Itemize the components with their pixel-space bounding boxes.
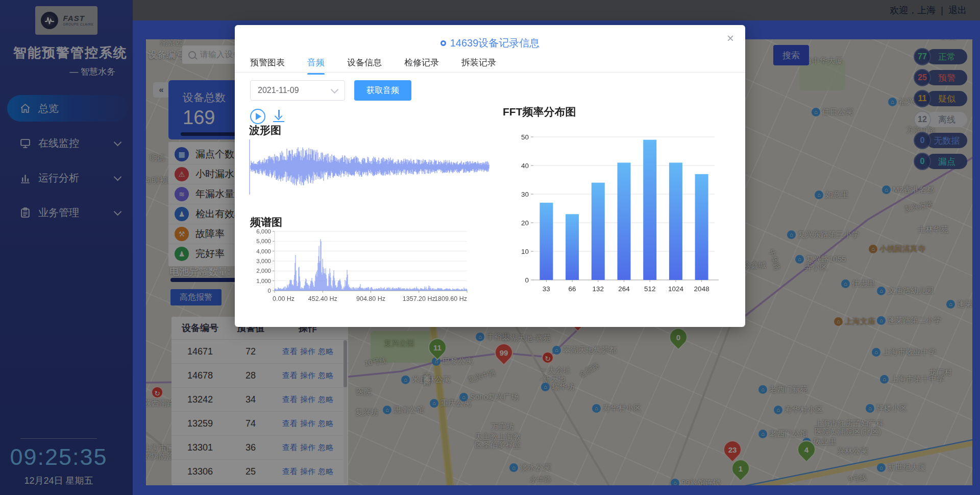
svg-text:0: 0: [525, 276, 529, 284]
svg-text:5,000: 5,000: [256, 238, 271, 244]
fft-bar-chart: 01020304050336613226451210242048: [510, 124, 725, 314]
download-audio-icon[interactable]: [273, 109, 285, 124]
play-audio-icon[interactable]: [250, 109, 265, 124]
close-icon[interactable]: ×: [727, 32, 734, 44]
svg-text:66: 66: [569, 285, 576, 293]
date-select-value: 2021-11-09: [258, 86, 299, 95]
record-dot-icon: [440, 40, 446, 46]
svg-text:1357.20 Hz: 1357.20 Hz: [403, 295, 435, 302]
spectrum-chart: 01,0002,0003,0004,0005,0006,0000.00 Hz45…: [250, 228, 471, 308]
svg-text:1024: 1024: [668, 285, 684, 293]
chevron-down-icon: [331, 85, 339, 93]
svg-text:40: 40: [521, 162, 529, 170]
svg-text:3,000: 3,000: [256, 258, 271, 264]
svg-text:452.40 Hz: 452.40 Hz: [308, 295, 337, 302]
modal-title: 14639设备记录信息: [450, 36, 540, 50]
waveform-title: 波形图: [249, 123, 281, 137]
svg-text:512: 512: [644, 285, 656, 293]
svg-text:6,000: 6,000: [256, 228, 271, 234]
svg-text:0.00 Hz: 0.00 Hz: [273, 295, 295, 302]
svg-text:4,000: 4,000: [256, 248, 271, 254]
svg-text:132: 132: [593, 285, 604, 293]
fft-chart-title: FFT频率分布图: [503, 105, 576, 119]
device-record-modal: 14639设备记录信息 × 预警图表音频设备信息检修记录拆装记录 2021-11…: [235, 25, 745, 327]
svg-text:33: 33: [543, 285, 550, 293]
app-screen: FAST GROUPE CLAIRE 智能预警管控系统 — 智慧水务 总览在线监…: [0, 0, 980, 495]
svg-text:0: 0: [268, 288, 271, 294]
svg-text:264: 264: [618, 285, 630, 293]
svg-text:30: 30: [521, 191, 529, 198]
waveform-chart: [249, 136, 490, 199]
spectrum-title: 频谱图: [250, 215, 282, 229]
svg-text:2048: 2048: [694, 285, 709, 293]
svg-text:1809.60 Hz: 1809.60 Hz: [434, 295, 467, 302]
svg-text:50: 50: [521, 133, 529, 141]
svg-text:904.80 Hz: 904.80 Hz: [356, 295, 385, 302]
svg-text:2,000: 2,000: [256, 268, 271, 274]
modal-header: 14639设备记录信息: [235, 25, 745, 50]
tabs-divider: [235, 72, 745, 73]
svg-text:20: 20: [521, 219, 529, 227]
svg-text:10: 10: [521, 248, 529, 255]
svg-text:1,000: 1,000: [256, 278, 271, 284]
fetch-audio-button[interactable]: 获取音频: [354, 80, 411, 101]
date-select[interactable]: 2021-11-09: [250, 80, 345, 101]
